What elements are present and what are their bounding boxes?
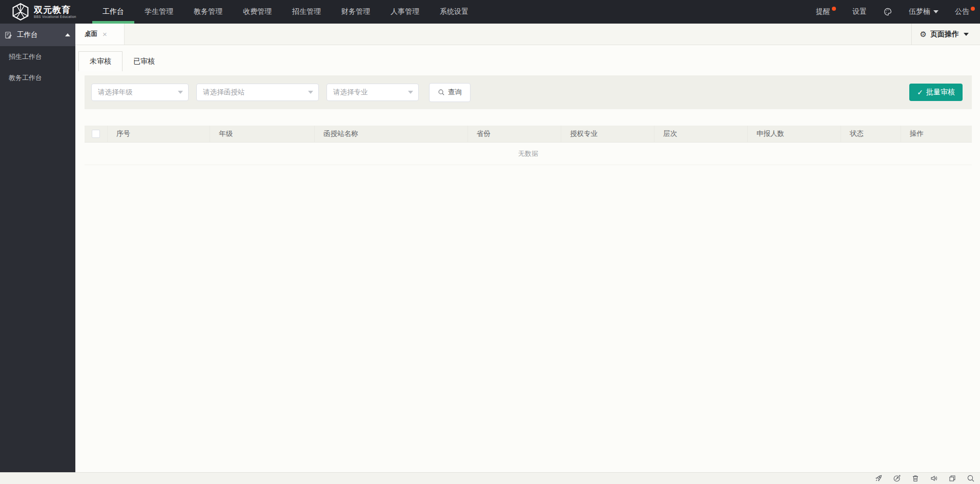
col-header-authorized-major: 授权专业	[561, 126, 655, 142]
chevron-up-icon	[65, 33, 70, 36]
page-actions-label: 页面操作	[930, 30, 959, 39]
logo-title: 双元教育	[34, 5, 76, 15]
settings-button[interactable]: 设置	[852, 7, 867, 16]
tab-label: 未审核	[90, 57, 111, 66]
review-table: 序号 年级 函授站名称 省份 授权专业 层次 申报人数 状态 操作 无数据	[85, 126, 972, 165]
close-icon[interactable]: ×	[103, 30, 107, 38]
top-navbar: 双元教育 BBS Vocational Education 工作台 学生管理 教…	[0, 0, 980, 24]
chevron-down-icon	[308, 91, 313, 94]
trash-icon[interactable]	[911, 474, 920, 482]
select-all-checkbox[interactable]	[92, 130, 100, 138]
username-label: 伍梦楠	[909, 7, 930, 16]
menu-item-hr[interactable]: 人事管理	[380, 0, 430, 24]
theme-button[interactable]	[883, 7, 892, 16]
navbar-right: 提醒 设置 伍梦楠 公告	[816, 7, 980, 16]
windows-icon[interactable]	[948, 474, 956, 482]
col-header-actions: 操作	[901, 126, 972, 142]
settings-label: 设置	[852, 7, 867, 16]
menu-item-label: 招生管理	[292, 7, 321, 16]
col-header-province: 省份	[468, 126, 561, 142]
batch-review-label: 批量审核	[926, 88, 955, 97]
logo-subtitle: BBS Vocational Education	[34, 15, 76, 19]
menu-item-label: 工作台	[103, 7, 124, 16]
major-select[interactable]: 请选择专业	[326, 84, 419, 101]
rocket-icon[interactable]	[874, 474, 883, 482]
chevron-down-icon	[408, 91, 413, 94]
col-header-station-name: 函授站名称	[315, 126, 468, 142]
sidebar: 工作台 招生工作台 教务工作台	[0, 24, 75, 472]
menu-item-finance[interactable]: 财务管理	[331, 0, 380, 24]
filter-bar: 请选择年级 请选择函授站 请选择专业 查询 ✓ 批量审核	[85, 75, 972, 109]
search-icon	[438, 89, 445, 96]
page-tabstrip: 桌面 × ⚙ 页面操作	[75, 24, 980, 45]
menu-item-label: 教务管理	[194, 7, 222, 16]
col-header-index: 序号	[108, 126, 210, 142]
sidebar-item-label: 教务工作台	[9, 73, 42, 83]
menu-item-label: 学生管理	[145, 7, 173, 16]
announcement-badge-dot	[971, 7, 975, 11]
tab-label: 已审核	[133, 57, 155, 66]
chevron-down-icon	[933, 10, 938, 13]
table-empty-message: 无数据	[85, 143, 972, 165]
reminder-button[interactable]: 提醒	[816, 7, 836, 16]
col-header-applicant-count: 申报人数	[748, 126, 841, 142]
palette-icon	[883, 7, 892, 16]
workbench-doc-icon	[5, 31, 12, 39]
user-menu[interactable]: 伍梦楠	[909, 7, 938, 16]
sidebar-item-enrollment-workbench[interactable]: 招生工作台	[0, 46, 75, 67]
main-content: 未审核 已审核 请选择年级 请选择函授站 请选择专业 查询 ✓ 批量审核	[75, 45, 980, 472]
search-icon[interactable]	[967, 474, 975, 482]
col-header-level: 层次	[655, 126, 748, 142]
app-logo: 双元教育 BBS Vocational Education	[0, 3, 82, 21]
menu-item-label: 财务管理	[341, 7, 370, 16]
menu-item-label: 人事管理	[391, 7, 419, 16]
grade-select[interactable]: 请选择年级	[91, 84, 189, 101]
col-header-status: 状态	[841, 126, 901, 142]
main-menu: 工作台 学生管理 教务管理 收费管理 招生管理 财务管理 人事管理 系统设置	[92, 0, 479, 24]
sidebar-group-workbench[interactable]: 工作台	[0, 24, 75, 46]
station-select[interactable]: 请选择函授站	[196, 84, 319, 101]
query-button-label: 查询	[448, 88, 462, 97]
table-header-row: 序号 年级 函授站名称 省份 授权专业 层次 申报人数 状态 操作	[85, 126, 972, 143]
menu-item-label: 系统设置	[440, 7, 468, 16]
grade-select-placeholder: 请选择年级	[98, 88, 174, 97]
menu-item-students[interactable]: 学生管理	[134, 0, 183, 24]
page-actions-button[interactable]: ⚙ 页面操作	[911, 24, 980, 45]
query-button[interactable]: 查询	[429, 83, 471, 102]
sidebar-item-academic-workbench[interactable]: 教务工作台	[0, 67, 75, 88]
logo-hexagon-icon	[11, 3, 30, 21]
reminder-label: 提醒	[816, 7, 830, 16]
announcement-label: 公告	[955, 7, 969, 16]
menu-item-label: 收费管理	[243, 7, 272, 16]
tab-unreviewed[interactable]: 未审核	[78, 51, 122, 71]
reminder-badge-dot	[832, 7, 836, 11]
speaker-icon[interactable]	[930, 474, 938, 482]
menu-item-enrollment[interactable]: 招生管理	[282, 0, 331, 24]
menu-item-fees[interactable]: 收费管理	[233, 0, 282, 24]
page-tab-label: 桌面	[85, 30, 97, 38]
station-select-placeholder: 请选择函授站	[203, 88, 304, 97]
menu-item-system-settings[interactable]: 系统设置	[430, 0, 479, 24]
chevron-down-icon	[178, 91, 183, 94]
gear-icon: ⚙	[920, 30, 927, 38]
bottom-toolbar	[0, 472, 980, 484]
sidebar-item-label: 招生工作台	[9, 52, 42, 62]
tab-reviewed[interactable]: 已审核	[122, 51, 166, 71]
check-icon: ✓	[917, 89, 923, 96]
major-select-placeholder: 请选择专业	[333, 88, 404, 97]
announcement-button[interactable]: 公告	[955, 7, 975, 16]
menu-item-academic[interactable]: 教务管理	[183, 0, 233, 24]
review-status-tabs: 未审核 已审核	[78, 51, 980, 71]
chevron-down-icon	[964, 33, 969, 36]
page-tab-desktop[interactable]: 桌面 ×	[75, 24, 125, 45]
menu-item-workbench[interactable]: 工作台	[92, 0, 134, 24]
select-all-cell	[85, 126, 108, 142]
speed-test-icon[interactable]	[893, 474, 901, 482]
col-header-grade: 年级	[210, 126, 315, 142]
batch-review-button[interactable]: ✓ 批量审核	[909, 84, 963, 101]
sidebar-group-label: 工作台	[17, 30, 65, 39]
